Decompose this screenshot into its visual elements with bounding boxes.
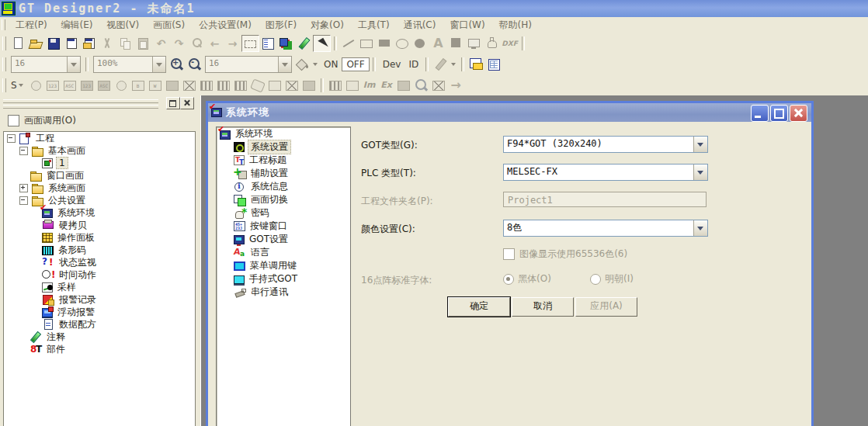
tree-item-screen-1[interactable]: 1 — [4, 157, 195, 169]
ok-button[interactable]: 确定 — [448, 297, 510, 317]
dialog-maximize-button[interactable] — [770, 105, 788, 122]
menu-figure[interactable]: 图形(F) — [259, 17, 304, 33]
device-on-button[interactable]: ON — [320, 57, 342, 71]
settings-item-screen-switching[interactable]: 画面切换 — [217, 193, 350, 206]
save-button[interactable] — [45, 35, 63, 52]
paste-button[interactable] — [134, 35, 152, 52]
alarm-history-button[interactable] — [215, 77, 232, 94]
got-type-combobox[interactable]: F94*GOT (320x240) — [503, 136, 708, 153]
menu-project[interactable]: 工程(P) — [9, 17, 54, 33]
alarm-list-button[interactable] — [198, 77, 215, 94]
tree-item-system-screens[interactable]: 系统画面 — [4, 182, 195, 194]
toolbar-grip[interactable] — [2, 57, 6, 71]
font-size-combobox[interactable]: 16 — [11, 56, 81, 73]
ascii-display-button[interactable]: ASC — [61, 77, 78, 94]
comment-edit-button[interactable] — [327, 77, 344, 94]
settings-item-system-information[interactable]: 系统信息 — [217, 180, 350, 193]
collapse-icon[interactable] — [19, 196, 28, 205]
menu-help[interactable]: 帮助(H) — [492, 17, 539, 33]
grid-scale-combobox[interactable]: 16 — [205, 56, 292, 73]
collapse-icon[interactable] — [7, 134, 16, 143]
settings-item-password[interactable]: 密码 — [217, 206, 350, 220]
export-button[interactable]: Ex — [378, 77, 395, 94]
trend-graph-button[interactable] — [300, 77, 318, 94]
panel-maximize-button[interactable] — [166, 97, 180, 109]
panel-close-button[interactable] — [180, 97, 194, 109]
ascii-input-button[interactable]: ASC — [95, 77, 113, 94]
device-off-button[interactable]: OFF — [342, 57, 369, 71]
tree-item-status-observation[interactable]: 状态监视 — [4, 256, 195, 268]
word-comment-button[interactable]: W — [147, 77, 164, 94]
fill-color-button[interactable] — [293, 56, 311, 73]
settings-item-menu-call-key[interactable]: 菜单调用键 — [217, 259, 350, 272]
zoom-combobox[interactable]: 100% — [93, 56, 166, 73]
data-view-button[interactable] — [485, 56, 503, 73]
filled-rectangle-tool-button[interactable] — [376, 35, 394, 52]
text-tool-button[interactable]: A — [429, 35, 447, 52]
toolbar-grip[interactable] — [2, 78, 6, 92]
tree-item-hard-copy[interactable]: 硬拷贝 — [4, 219, 195, 231]
copy-button[interactable] — [116, 35, 134, 52]
tree-item-time-action[interactable]: 时间动作 — [4, 268, 195, 281]
draw-pen-button[interactable] — [295, 35, 313, 52]
parts-display-button[interactable] — [164, 77, 181, 94]
numeric-display-button[interactable]: 123 — [44, 77, 61, 94]
tree-item-sampling[interactable]: 采样 — [4, 281, 195, 293]
forward-button[interactable]: → — [224, 35, 241, 52]
menu-view[interactable]: 视图(V) — [100, 17, 147, 33]
import-button[interactable]: Im — [361, 77, 378, 94]
screen-call-checkbox[interactable] — [8, 115, 19, 126]
menu-communication[interactable]: 通讯(C) — [397, 17, 443, 33]
zoom-in-button[interactable]: + — [168, 56, 186, 73]
property-sheet-button[interactable] — [259, 35, 277, 52]
collapse-icon[interactable] — [19, 147, 28, 155]
bit-comment-button[interactable]: B — [130, 77, 147, 94]
zoom-area-button[interactable] — [188, 35, 206, 52]
combo-arrow-icon[interactable] — [693, 165, 707, 180]
layers-button[interactable] — [277, 35, 295, 52]
tree-item-floating-alarm[interactable]: 浮动报警 — [4, 306, 195, 318]
clock-display-button[interactable] — [113, 77, 130, 94]
window-parts-button[interactable] — [266, 77, 283, 94]
plc-type-combobox[interactable]: MELSEC-FX — [503, 164, 708, 181]
tree-item-system-environment[interactable]: 系统环境 — [4, 206, 195, 219]
dialog-titlebar[interactable]: 系统环境 — [208, 103, 811, 122]
device-view-button[interactable]: Dev — [379, 57, 405, 71]
menu-window[interactable]: 窗口(W) — [443, 17, 491, 33]
undo-button[interactable]: ↶ — [152, 35, 170, 52]
settings-item-serial-communication[interactable]: 串行通讯 — [217, 286, 350, 299]
ellipse-tool-button[interactable] — [394, 35, 411, 52]
new-button[interactable] — [9, 35, 27, 52]
combo-arrow-icon[interactable] — [693, 137, 707, 152]
lamp-button[interactable] — [27, 77, 44, 94]
zoom-out-button[interactable]: - — [186, 56, 203, 73]
parts-movement-button[interactable] — [181, 77, 198, 94]
redo-button[interactable]: ↷ — [170, 35, 188, 52]
settings-item-auxiliary-settings[interactable]: 辅助设置 — [217, 167, 350, 180]
settings-item-language[interactable]: 语言 — [217, 246, 350, 259]
tree-item-base-screens[interactable]: 基本画面 — [4, 144, 195, 157]
cancel-button[interactable]: 取消 — [512, 297, 574, 317]
fill-color-dropdown-icon[interactable] — [311, 56, 320, 73]
open-button[interactable] — [27, 35, 45, 52]
line-tool-button[interactable] — [340, 35, 358, 52]
find-device-button[interactable] — [412, 77, 430, 94]
color-settings-combobox[interactable]: 8色 — [503, 220, 708, 237]
tree-item-comment[interactable]: 注释 — [4, 331, 195, 343]
back-button[interactable]: ← — [206, 35, 224, 52]
rectangle-tool-button[interactable] — [358, 35, 376, 52]
grid-select-button[interactable] — [241, 35, 259, 52]
screen-image-button[interactable] — [63, 35, 81, 52]
combo-arrow-icon[interactable] — [278, 57, 291, 72]
menu-screen[interactable]: 画面(S) — [146, 17, 192, 33]
numeric-input-button[interactable]: 123 — [78, 77, 95, 94]
combo-arrow-icon[interactable] — [152, 57, 165, 72]
expand-icon[interactable] — [19, 184, 28, 192]
apply-button[interactable]: 应用(A) — [575, 297, 637, 317]
tree-item-operation-panel[interactable]: 操作面板 — [4, 231, 195, 244]
alarm-float-button[interactable] — [232, 77, 249, 94]
next-screen-button[interactable]: → — [447, 77, 465, 94]
tree-item-window-screens[interactable]: 窗口画面 — [4, 169, 195, 182]
screen-image-copy-button[interactable] — [81, 35, 99, 52]
data-check-button[interactable] — [430, 77, 447, 94]
